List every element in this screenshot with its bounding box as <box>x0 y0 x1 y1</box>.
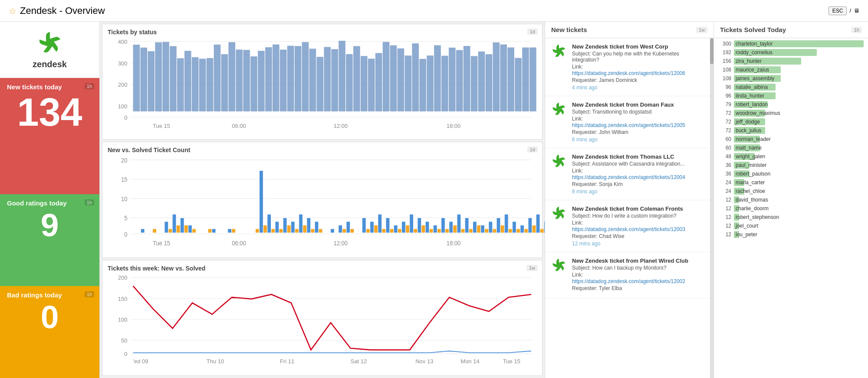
svg-rect-17 <box>184 51 191 111</box>
solved-bar-wrap: roddy_cornelius <box>734 49 864 56</box>
svg-rect-115 <box>362 218 366 233</box>
solved-header: Tickets Solved Today 1h <box>714 22 868 38</box>
svg-rect-117 <box>370 222 374 233</box>
svg-rect-62 <box>515 58 522 111</box>
svg-rect-29 <box>273 45 279 111</box>
solved-agent-count: 72 <box>718 127 731 134</box>
feed-time-3: 12 mins ago <box>572 241 707 247</box>
solved-item: 108james_assembly <box>718 75 864 82</box>
zendesk-ticket-icon-1 <box>551 101 567 117</box>
solved-agent-count: 12 <box>718 197 731 203</box>
solved-item: 24marla_carter <box>718 179 864 186</box>
bad-ratings-label: Bad ratings today <box>7 291 92 299</box>
solved-agent-name: robert_landon <box>736 101 768 108</box>
svg-rect-91 <box>228 229 231 233</box>
monitor-icon[interactable]: 🖥 <box>854 7 859 14</box>
svg-rect-122 <box>390 229 394 233</box>
svg-text:Nov 13: Nov 13 <box>415 358 433 365</box>
charts-panel: Tickets by status 1d 400 300 200 100 0 <box>100 22 545 378</box>
solved-item: 36robert_paulson <box>718 170 864 177</box>
solved-agent-name: robert_stephenson <box>736 214 779 221</box>
esc-button[interactable]: ESC <box>829 7 847 15</box>
solved-bar-wrap: linda_hunter <box>734 92 864 99</box>
svg-rect-147 <box>489 222 492 233</box>
svg-rect-87 <box>188 225 192 233</box>
svg-text:Tue 15: Tue 15 <box>503 358 520 365</box>
solved-agent-count: 12 <box>718 231 731 238</box>
star-icon[interactable]: ☆ <box>9 6 16 16</box>
solved-bar-wrap: paul_minister <box>734 162 864 169</box>
feed-list[interactable]: New Zendesk ticket from West Corp Subjec… <box>545 38 713 378</box>
feed-item-content-4: New Zendesk ticket from Planet Wired Clu… <box>572 257 707 293</box>
svg-rect-38 <box>339 41 345 111</box>
feed-requester-2: Requester: Sonja Kim <box>572 181 707 187</box>
svg-rect-92 <box>232 229 235 233</box>
svg-text:100: 100 <box>118 103 128 110</box>
svg-rect-32 <box>295 46 302 111</box>
svg-rect-96 <box>267 215 271 233</box>
feed-header: New tickets 1w <box>545 22 713 38</box>
feed-link-3[interactable]: https://datadog.zendesk.com/agent/ticket… <box>572 226 685 232</box>
svg-rect-85 <box>181 218 184 233</box>
solved-agent-count: 24 <box>718 179 731 186</box>
logo-area: zendesk <box>0 22 99 78</box>
solved-agent-count: 12 <box>718 205 731 212</box>
svg-rect-112 <box>342 229 346 233</box>
svg-rect-114 <box>351 229 354 233</box>
solved-item: 12charlie_doorm <box>718 205 864 212</box>
solved-bar-wrap: charlie_doorm <box>734 205 864 212</box>
svg-text:Sat 12: Sat 12 <box>351 358 367 365</box>
svg-rect-93 <box>256 229 259 233</box>
tickets-by-status-card: Tickets by status 1d 400 300 200 100 0 <box>102 24 542 140</box>
solved-agent-name: zira_hunter <box>736 58 762 65</box>
solved-list[interactable]: 300charleton_taylor192roddy_cornelius156… <box>714 38 868 378</box>
svg-rect-118 <box>374 225 378 233</box>
svg-rect-13 <box>155 42 162 111</box>
svg-rect-106 <box>307 218 310 233</box>
svg-rect-57 <box>478 52 485 111</box>
solved-agent-count: 72 <box>718 119 731 125</box>
svg-rect-23 <box>228 42 235 111</box>
svg-rect-144 <box>477 225 480 233</box>
scroll-thumb[interactable] <box>710 38 713 64</box>
sidebar: zendesk New tickets today 1h 134 Good ra… <box>0 22 100 378</box>
solved-agent-count: 192 <box>718 49 731 55</box>
solved-item: 12robert_stephenson <box>718 214 864 221</box>
feed-link-4[interactable]: https://datadog.zendesk.com/agent/ticket… <box>572 278 685 284</box>
solved-agent-name: woodrow_maximus <box>736 110 780 117</box>
feed-time-2: 8 mins ago <box>572 189 707 195</box>
tickets-by-status-title: Tickets by status <box>108 29 157 36</box>
new-vs-solved-title: New vs. Solved Ticket Count <box>108 147 190 153</box>
svg-text:06:00: 06:00 <box>232 240 246 247</box>
zendesk-ticket-icon-0 <box>551 43 567 59</box>
feed-subject-3: Subject: How do I write a custom integra… <box>572 213 707 219</box>
svg-rect-157 <box>528 218 532 233</box>
svg-rect-141 <box>465 218 469 233</box>
solved-bar-wrap: wright_galen <box>734 153 864 160</box>
svg-rect-127 <box>410 215 413 233</box>
solved-item: 48wright_galen <box>718 153 864 160</box>
svg-rect-41 <box>361 56 368 111</box>
svg-rect-119 <box>378 215 381 233</box>
solved-item: 72buck_julius <box>718 127 864 134</box>
solved-item: 156zira_hunter <box>718 58 864 65</box>
bad-ratings-value: 0 <box>7 301 92 333</box>
svg-rect-110 <box>331 229 334 233</box>
svg-rect-111 <box>339 225 342 233</box>
solved-agent-count: 79 <box>718 101 731 108</box>
svg-rect-154 <box>516 229 520 233</box>
feed-link-0[interactable]: https://datadog.zendesk.com/agent/ticket… <box>572 70 685 76</box>
svg-rect-109 <box>319 229 322 233</box>
svg-text:06:00: 06:00 <box>232 122 246 129</box>
svg-text:Tue 15: Tue 15 <box>153 240 170 247</box>
feed-link-2[interactable]: https://datadog.zendesk.com/agent/ticket… <box>572 174 685 180</box>
feed-subject-4: Subject: How can I backup my Monitors? <box>572 265 707 271</box>
feed-item-content-3: New Zendesk ticket from Coleman Fronts S… <box>572 205 707 247</box>
feed-title: New tickets <box>551 26 587 33</box>
solved-agent-count: 156 <box>718 58 731 64</box>
feed-link-1[interactable]: https://datadog.zendesk.com/agent/ticket… <box>572 122 685 128</box>
solved-bar-wrap: norman_leader <box>734 136 864 143</box>
feed-subject-2: Subject: Assistance with Cassandra integ… <box>572 161 707 167</box>
svg-rect-102 <box>291 222 295 233</box>
svg-text:100: 100 <box>118 316 128 323</box>
